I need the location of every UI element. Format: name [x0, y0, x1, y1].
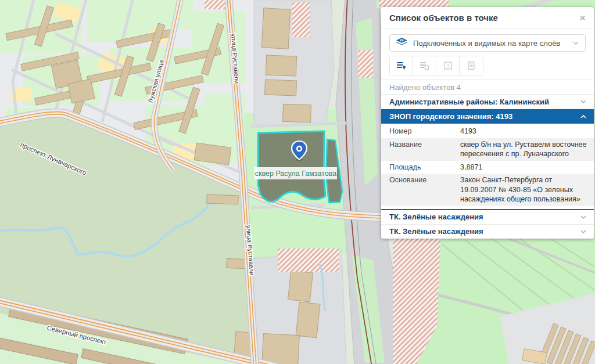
svg-text:сквер Расула Гамзатова: сквер Расула Гамзатова — [255, 170, 336, 178]
chevron-up-icon — [580, 114, 587, 119]
result-view-toolbar: ? — [389, 56, 483, 75]
found-count-label: Найдено объектов 4 — [381, 80, 594, 95]
list-with-pin-icon[interactable] — [390, 56, 413, 75]
detail-row-basis: Основание Закон Санкт-Петербурга от 19.0… — [381, 174, 594, 206]
chevron-down-icon — [580, 99, 587, 104]
accordion-znop-label: ЗНОП городского значения: 4193 — [389, 112, 580, 121]
accordion-tk-2-label: ТК. Зелёные насаждения — [389, 227, 580, 236]
detail-row-number: Номер 4193 — [381, 125, 594, 138]
panel-header: Список объектов в точке × — [381, 7, 594, 28]
accordion-znop[interactable]: ЗНОП городского значения: 4193 — [381, 109, 594, 124]
detail-row-name: Название сквер б/н на ул. Руставели вост… — [381, 138, 594, 161]
object-details: Номер 4193 Название сквер б/н на ул. Рус… — [381, 124, 594, 210]
chevron-down-icon — [580, 215, 587, 219]
svg-text:?: ? — [446, 63, 449, 69]
accordion-tk-2[interactable]: ТК. Зелёные насаждения — [381, 225, 594, 239]
objects-panel: Список объектов в точке × Подключённых и… — [381, 7, 594, 239]
chevron-down-icon — [580, 229, 587, 234]
chevron-down-icon — [572, 41, 579, 45]
accordion-districts-label: Административные районы: Калининский — [389, 98, 580, 106]
layer-filter-dropdown[interactable]: Подключённых и видимых на карте слоёв — [389, 34, 586, 52]
panel-title: Список объектов в точке — [389, 13, 578, 23]
document-icon[interactable] — [460, 56, 483, 75]
square-label: сквер Расула Гамзатова — [255, 167, 337, 179]
accordion-districts[interactable]: Административные районы: Калининский — [381, 95, 594, 109]
bridge — [207, 194, 238, 204]
accordion-tk-1-label: ТК. Зелёные насаждения — [389, 212, 580, 221]
list-with-area-icon[interactable] — [413, 56, 436, 75]
layer-filter-value: Подключённых и видимых на карте слоёв — [413, 39, 560, 48]
layers-eye-icon — [396, 38, 408, 48]
accordion-tk-1[interactable]: ТК. Зелёные насаждения — [381, 210, 594, 225]
detail-row-area: Площадь 3,8871 — [381, 161, 594, 174]
close-icon[interactable]: × — [578, 12, 587, 23]
identify-help-icon[interactable]: ? — [436, 56, 460, 75]
